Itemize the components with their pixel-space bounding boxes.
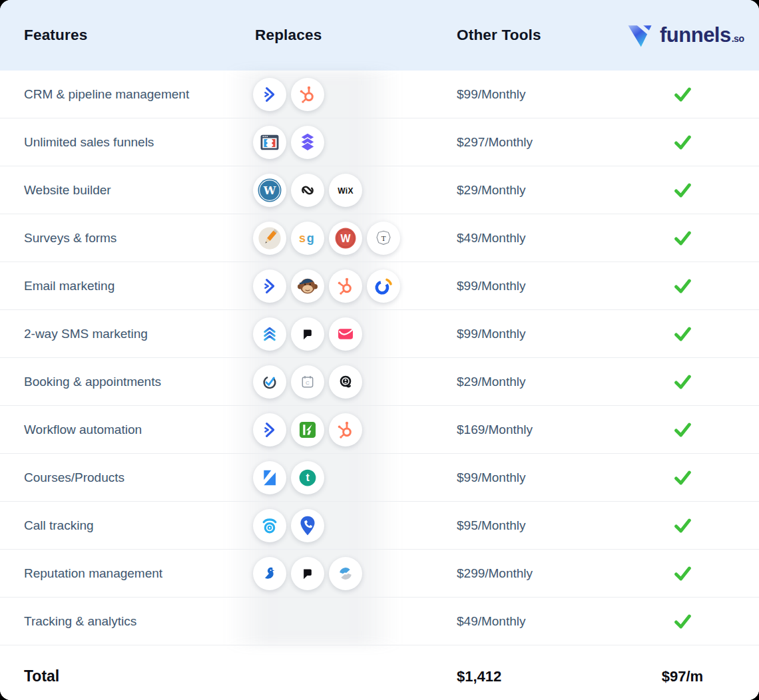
hubspot-icon (329, 413, 362, 446)
svg-text:s: s (299, 231, 306, 244)
other-tools-price: $299/Monthly (433, 566, 626, 581)
feature-label: Courses/Products (0, 470, 231, 485)
hubspot-icon (291, 78, 324, 111)
included-check-icon (672, 275, 693, 297)
svg-text:t: t (306, 472, 310, 483)
table-header: Features Replaces Other Tools (0, 0, 759, 71)
other-tools-price: $49/Monthly (433, 231, 626, 246)
replaces-icons (231, 413, 433, 446)
other-tools-price: $29/Monthly (433, 183, 626, 198)
replaces-icons: t (231, 461, 433, 494)
activecampaign-icon (253, 78, 286, 111)
envelope-sms-icon (329, 317, 362, 351)
pencil-survey-icon (253, 222, 286, 255)
chevrons-sms-icon (253, 317, 286, 351)
feature-label: Surveys & forms (0, 231, 231, 246)
typeform-icon: T (367, 222, 400, 255)
table-row: Email marketing $99/Monthly (0, 262, 759, 310)
table-row: 2-way SMS marketing $99/Monthly (0, 310, 759, 358)
funnels-included (626, 275, 759, 297)
teachable-icon: t (291, 461, 324, 494)
other-tools-price: $99/Monthly (433, 87, 626, 102)
brand-tld: .so (732, 33, 744, 44)
table-row: Call tracking $95/Monthly (0, 502, 759, 550)
check-schedule-icon (253, 365, 286, 399)
replaces-icons (231, 509, 433, 542)
funnels-included (626, 84, 759, 105)
total-funnels-price: $97/m (626, 668, 759, 685)
surveygizmo-icon: sg (291, 222, 324, 255)
constantcontact-icon (367, 269, 400, 303)
wufoo-icon: W (329, 222, 362, 255)
replaces-icons (231, 557, 433, 590)
replaces-icons: sgWT (231, 222, 433, 255)
funnels-included (626, 563, 759, 584)
callrail-icon (253, 509, 286, 542)
total-row: Total $1,412 $97/m (0, 645, 759, 700)
included-check-icon (672, 228, 693, 249)
activecampaign-icon (253, 413, 286, 446)
included-check-icon (672, 611, 693, 632)
feature-label: Booking & appointments (0, 375, 231, 389)
table-row: Booking & appointments C $29/Monthly (0, 358, 759, 406)
other-tools-price: $29/Monthly (433, 375, 626, 389)
included-check-icon (672, 323, 693, 345)
included-check-icon (672, 371, 693, 393)
feature-label: Unlimited sales funnels (0, 135, 231, 150)
included-check-icon (672, 132, 693, 153)
reputation-swirl-icon (329, 557, 362, 590)
funnels-included (626, 371, 759, 393)
birdeye-icon (253, 557, 286, 590)
funnels-included (626, 180, 759, 201)
funnels-included (626, 323, 759, 345)
kajabi-icon (253, 461, 286, 494)
replaces-icons (231, 269, 433, 303)
phone-pin-icon (291, 509, 324, 542)
funnels-included (626, 611, 759, 632)
feature-label: Email marketing (0, 279, 231, 293)
replaces-icons: C (231, 365, 433, 399)
wix-icon: WiX (329, 174, 362, 207)
svg-text:WiX: WiX (338, 186, 354, 195)
table-row: Reputation management $299/Monthly (0, 550, 759, 598)
included-check-icon (672, 467, 693, 488)
other-tools-price: $49/Monthly (433, 614, 626, 629)
keap-icon (291, 413, 324, 446)
other-tools-price: $99/Monthly (433, 327, 626, 341)
table-row: Website builder WWiX $29/Monthly (0, 166, 759, 214)
squarespace-icon (291, 174, 324, 207)
calendar-booking-icon: C (291, 365, 324, 399)
header-replaces: Replaces (231, 27, 433, 44)
replaces-icons (231, 317, 433, 351)
podium-icon (291, 557, 324, 590)
table-row: Tracking & analytics $49/Monthly (0, 598, 759, 645)
brand-wordmark: funnels.so (660, 23, 744, 47)
other-tools-price: $95/Monthly (433, 518, 626, 533)
funnels-included (626, 132, 759, 153)
other-tools-price: $99/Monthly (433, 279, 626, 293)
svg-text:g: g (307, 231, 314, 244)
included-check-icon (672, 419, 693, 440)
table-row: Surveys & forms sgWT $49/Monthly (0, 214, 759, 262)
replaces-icons: WWiX (231, 174, 433, 207)
header-other-tools: Other Tools (433, 27, 626, 44)
other-tools-price: $169/Monthly (433, 423, 626, 437)
table-row: CRM & pipeline management $99/Monthly (0, 71, 759, 118)
funnels-included (626, 228, 759, 249)
funnels-included (626, 467, 759, 488)
mailchimp-icon (291, 269, 324, 303)
included-check-icon (672, 563, 693, 584)
leadpages-icon (291, 126, 324, 159)
included-check-icon (672, 180, 693, 201)
svg-text:C: C (306, 379, 310, 385)
feature-label: Tracking & analytics (0, 614, 231, 629)
clickfunnels-icon (253, 126, 286, 159)
table-row: Courses/Products t $99/Monthly (0, 454, 759, 502)
header-features: Features (0, 27, 231, 44)
podium-icon (291, 317, 324, 351)
table-row: Workflow automation $169/Monthly (0, 406, 759, 454)
table-body: CRM & pipeline management $99/Monthly Un… (0, 71, 759, 645)
funnels-included (626, 515, 759, 536)
feature-label: 2-way SMS marketing (0, 327, 231, 341)
svg-text:W: W (263, 184, 276, 197)
